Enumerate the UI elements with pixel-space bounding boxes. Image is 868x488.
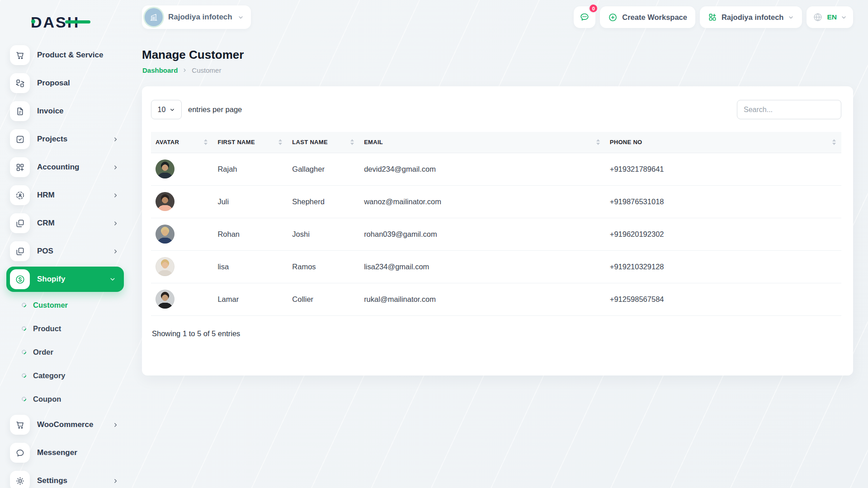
table-row: lisa Ramos lisa234@gmail.com +9192103291… (151, 250, 841, 283)
table-row: Rajah Gallagher devid234@gmail.com +9193… (151, 153, 841, 185)
cart-icon (10, 45, 30, 65)
avatar (156, 257, 175, 276)
entries-per-page-label: entries per page (188, 105, 242, 114)
workspace-label: Rajodiya infotech (168, 13, 232, 22)
main-card: 10 entries per page AVATAR (142, 86, 853, 375)
bullet-icon (21, 372, 27, 379)
bullet-icon (21, 302, 27, 308)
sidebar-item-pos[interactable]: POS (0, 237, 130, 265)
table-controls: 10 entries per page (151, 100, 841, 119)
language-label: EN (827, 13, 837, 21)
chevron-down-icon (788, 14, 794, 20)
column-header-email[interactable]: EMAIL (359, 132, 605, 153)
column-header-last-name[interactable]: LAST NAME (288, 132, 359, 153)
create-workspace-label: Create Workspace (622, 13, 687, 22)
language-dropdown[interactable]: EN (807, 6, 853, 28)
plus-circle-icon (608, 13, 618, 22)
sidebar-subitem-product[interactable]: Product (0, 317, 130, 340)
globe-icon (813, 12, 823, 22)
frame-square-icon (10, 213, 30, 233)
sidebar-item-invoice[interactable]: Invoice (0, 97, 130, 125)
sort-icon (204, 139, 208, 145)
chevron-right-icon (113, 422, 118, 428)
sidebar-item-crm[interactable]: CRM (0, 209, 130, 237)
breadcrumb: Dashboard Customer (142, 66, 868, 74)
column-header-avatar[interactable]: AVATAR (151, 132, 213, 153)
cell-first-name: Rohan (213, 218, 288, 250)
sidebar-item-product-service[interactable]: Product & Service (0, 41, 130, 69)
sidebar-item-messenger[interactable]: Messenger (0, 439, 130, 467)
sidebar-item-proposal[interactable]: Proposal (0, 69, 130, 97)
sidebar-item-accounting[interactable]: Accounting (0, 153, 130, 181)
sidebar-subitem-coupon[interactable]: Coupon (0, 387, 130, 411)
cell-last-name: Collier (288, 283, 359, 315)
chevron-down-icon (238, 14, 244, 20)
cell-email: devid234@gmail.com (359, 153, 605, 185)
cell-phone: +912598567584 (605, 283, 841, 315)
messenger-button[interactable]: 0 (574, 6, 595, 28)
workspace-selector[interactable]: Rajodiya infotech (142, 5, 251, 29)
cell-last-name: Shepherd (288, 185, 359, 218)
sidebar-subitem-category[interactable]: Category (0, 364, 130, 387)
sort-icon (350, 139, 355, 145)
frame-square-icon (10, 241, 30, 261)
invoice-icon (10, 101, 30, 121)
sidebar-item-settings[interactable]: Settings (0, 467, 130, 488)
cell-last-name: Ramos (288, 250, 359, 283)
table-row: Lamar Collier rukal@mailinator.com +9125… (151, 283, 841, 315)
bullet-icon (21, 325, 27, 332)
search-input[interactable] (737, 100, 841, 119)
customers-table: AVATAR FIRST NAME (151, 132, 841, 316)
swap-grid-icon (10, 73, 30, 93)
entries-value: 10 (158, 106, 166, 114)
avatar (156, 225, 175, 244)
grid-plus-icon (708, 13, 717, 22)
sidebar-item-hrm[interactable]: HRM (0, 181, 130, 209)
sidebar: DASH Product & Service Proposal (0, 0, 130, 488)
page-title: Manage Customer (142, 48, 868, 62)
chevron-down-icon (841, 14, 847, 20)
dash-logo: DASH (31, 14, 80, 31)
person-dashed-circle-icon (10, 185, 30, 205)
sidebar-item-shopify[interactable]: Shopify (6, 267, 124, 292)
sort-icon (832, 139, 837, 145)
company-dropdown[interactable]: Rajodiya infotech (700, 6, 802, 28)
sidebar-item-projects[interactable]: Projects (0, 125, 130, 153)
breadcrumb-dashboard-link[interactable]: Dashboard (142, 66, 178, 74)
sidebar-subitem-order[interactable]: Order (0, 340, 130, 364)
cell-last-name: Joshi (288, 218, 359, 250)
cell-first-name: Lamar (213, 283, 288, 315)
column-header-phone-no[interactable]: PHONE NO (605, 132, 841, 153)
create-workspace-button[interactable]: Create Workspace (600, 6, 695, 28)
chevron-right-icon (113, 164, 118, 170)
sort-icon (278, 139, 283, 145)
avatar (156, 160, 175, 178)
sidebar-item-woocommerce[interactable]: WooCommerce (0, 411, 130, 439)
chevron-right-icon (113, 478, 118, 484)
avatar (156, 192, 175, 211)
column-header-first-name[interactable]: FIRST NAME (213, 132, 288, 153)
breadcrumb-separator-icon (182, 68, 187, 73)
sidebar-subitem-customer[interactable]: Customer (0, 293, 130, 317)
gear-icon (10, 471, 30, 488)
table-summary: Showing 1 to 5 of 5 entries (152, 329, 841, 338)
logo-link[interactable]: DASH (31, 14, 80, 31)
cell-email: rohan039@gamil.com (359, 218, 605, 250)
chevron-right-icon (113, 192, 118, 198)
check-square-icon (10, 129, 30, 149)
chevron-right-icon (113, 221, 118, 226)
cell-email: wanoz@mailinator.com (359, 185, 605, 218)
cell-last-name: Gallagher (288, 153, 359, 185)
cell-first-name: lisa (213, 250, 288, 283)
topbar-actions: 0 Create Workspace Rajodiya infotech EN (574, 6, 853, 28)
notification-badge: 0 (589, 4, 598, 13)
shopify-icon (10, 269, 30, 289)
chevron-down-icon (109, 276, 116, 282)
cell-phone: +919620192302 (605, 218, 841, 250)
company-label: Rajodiya infotech (722, 13, 784, 22)
chat-dots-icon (579, 12, 590, 23)
table-row: Juli Shepherd wanoz@mailinator.com +9198… (151, 185, 841, 218)
entries-per-page-select[interactable]: 10 (151, 100, 182, 119)
sort-icon (596, 139, 601, 145)
chevron-down-icon (170, 107, 175, 113)
